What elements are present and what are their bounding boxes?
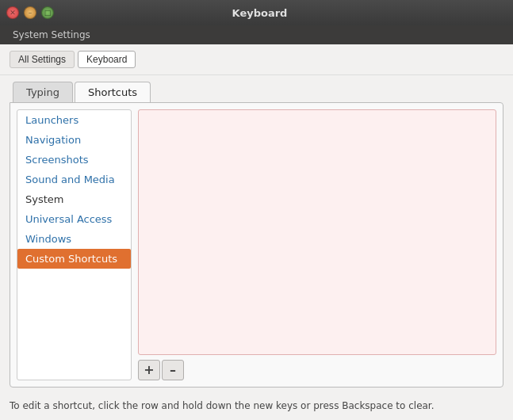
- status-text: To edit a shortcut, click the row and ho…: [10, 400, 435, 411]
- minimize-button[interactable]: –: [24, 6, 36, 19]
- sidebar-item-universal-access[interactable]: Universal Access: [17, 209, 131, 229]
- sidebar-item-screenshots[interactable]: Screenshots: [17, 150, 131, 170]
- sidebar-item-navigation[interactable]: Navigation: [17, 130, 131, 150]
- menubar: System Settings: [0, 25, 513, 44]
- main-content: Typing Shortcuts Launchers Navigation Sc…: [0, 75, 513, 394]
- sidebar-list: Launchers Navigation Screenshots Sound a…: [17, 109, 132, 380]
- remove-shortcut-button[interactable]: –: [162, 360, 184, 380]
- window-title: Keyboard: [60, 7, 459, 19]
- shortcut-list-area: [138, 109, 496, 355]
- tab-bar: Typing Shortcuts: [10, 82, 503, 102]
- window-controls: ✕ – □: [6, 6, 54, 19]
- sidebar-item-launchers[interactable]: Launchers: [17, 110, 131, 130]
- tab-shortcuts[interactable]: Shortcuts: [75, 82, 151, 102]
- tab-typing[interactable]: Typing: [13, 82, 73, 102]
- status-bar: To edit a shortcut, click the row and ho…: [0, 394, 513, 416]
- maximize-button[interactable]: □: [41, 6, 54, 19]
- shortcut-action-buttons: + –: [138, 360, 496, 380]
- sidebar-item-sound-and-media[interactable]: Sound and Media: [17, 170, 131, 189]
- close-button[interactable]: ✕: [6, 6, 19, 19]
- titlebar: ✕ – □ Keyboard: [0, 0, 513, 25]
- right-panel: + –: [138, 109, 496, 380]
- tab-content: Launchers Navigation Screenshots Sound a…: [10, 102, 503, 388]
- breadcrumb: All Settings Keyboard: [0, 44, 513, 75]
- all-settings-button[interactable]: All Settings: [10, 51, 75, 68]
- sidebar-item-windows[interactable]: Windows: [17, 229, 131, 249]
- sidebar-item-custom-shortcuts[interactable]: Custom Shortcuts: [17, 249, 131, 269]
- add-shortcut-button[interactable]: +: [138, 360, 160, 380]
- keyboard-button[interactable]: Keyboard: [78, 51, 136, 68]
- sidebar-item-system[interactable]: System: [17, 189, 131, 209]
- system-settings-menu[interactable]: System Settings: [6, 28, 97, 42]
